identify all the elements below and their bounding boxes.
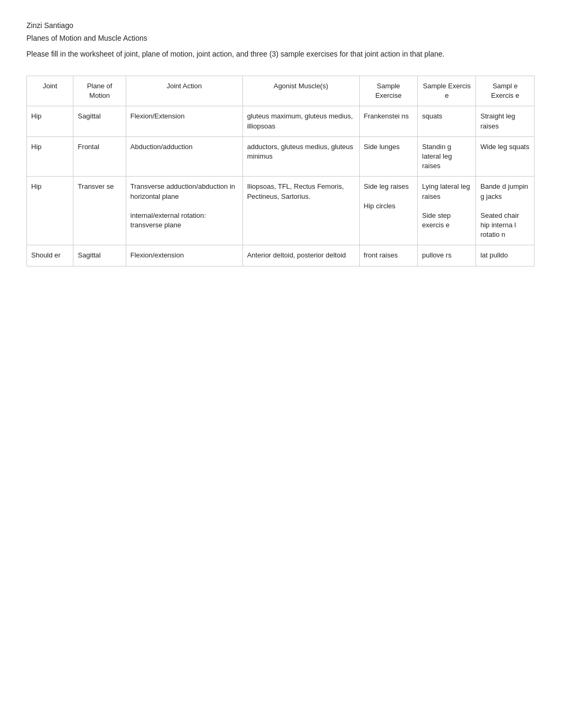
cell-plane: Sagittal — [73, 245, 126, 266]
cell-agonist: Iliopsoas, TFL, Rectus Femoris, Pectineu… — [242, 177, 359, 245]
cell-s1: Side leg raises Hip circles — [359, 177, 417, 245]
cell-s1: Side lunges — [359, 136, 417, 177]
cell-joint: Should er — [27, 245, 73, 266]
cell-s1: front raises — [359, 245, 417, 266]
cell-joint: Hip — [27, 177, 73, 245]
cell-action: Abduction/adduction — [126, 136, 242, 177]
cell-agonist: adductors, gluteus medius, gluteus minim… — [242, 136, 359, 177]
cell-plane: Transver se — [73, 177, 126, 245]
cell-s3: lat pulldo — [476, 245, 535, 266]
cell-joint: Hip — [27, 106, 73, 136]
doc-title: Planes of Motion and Muscle Actions — [26, 34, 535, 42]
cell-s1: Frankenstei ns — [359, 106, 417, 136]
cell-s2: Standin g lateral leg raises — [418, 136, 476, 177]
table-row: Hip Frontal Abduction/adduction adductor… — [27, 136, 535, 177]
cell-action: Transverse adduction/abduction in horizo… — [126, 177, 242, 245]
col-header-s2: Sample Exercis e — [418, 76, 476, 106]
table-header-row: Joint Plane of Motion Joint Action Agoni… — [27, 76, 535, 106]
col-header-plane: Plane of Motion — [73, 76, 126, 106]
table-row: Should er Sagittal Flexion/extension Ant… — [27, 245, 535, 266]
cell-s2: squats — [418, 106, 476, 136]
cell-s3: Wide leg squats — [476, 136, 535, 177]
cell-agonist: Anterior deltoid, posterior deltoid — [242, 245, 359, 266]
cell-plane: Frontal — [73, 136, 126, 177]
table-row: Hip Sagittal Flexion/Extension gluteus m… — [27, 106, 535, 136]
col-header-agonist: Agonist Muscle(s) — [242, 76, 359, 106]
cell-s2: Lying lateral leg raises Side step exerc… — [418, 177, 476, 245]
description: Please fill in the worksheet of joint, p… — [26, 49, 535, 60]
cell-agonist: gluteus maximum, gluteus medius, illiops… — [242, 106, 359, 136]
cell-s2: pullove rs — [418, 245, 476, 266]
col-header-s3: Sampl e Exercis e — [476, 76, 535, 106]
cell-action: Flexion/Extension — [126, 106, 242, 136]
col-header-joint: Joint — [27, 76, 73, 106]
table-row: Hip Transver se Transverse adduction/abd… — [27, 177, 535, 245]
cell-action: Flexion/extension — [126, 245, 242, 266]
cell-joint: Hip — [27, 136, 73, 177]
cell-s3: Straight leg raises — [476, 106, 535, 136]
col-header-s1: Sample Exercise — [359, 76, 417, 106]
author-name: Zinzi Santiago — [26, 21, 535, 30]
col-header-action: Joint Action — [126, 76, 242, 106]
main-table: Joint Plane of Motion Joint Action Agoni… — [26, 76, 535, 266]
header-section: Zinzi Santiago Planes of Motion and Musc… — [26, 21, 535, 60]
cell-s3: Bande d jumpin g jacks Seated chair hip … — [476, 177, 535, 245]
cell-plane: Sagittal — [73, 106, 126, 136]
